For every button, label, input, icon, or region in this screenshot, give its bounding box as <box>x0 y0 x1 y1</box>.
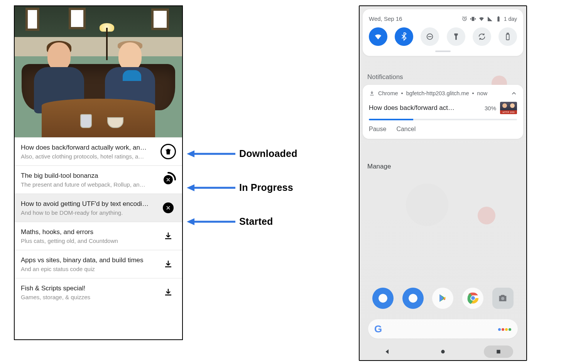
assistant-icon[interactable] <box>498 325 512 332</box>
annotation-downloaded: Downloaded <box>186 148 297 159</box>
episode-subtitle: The present and future of webpack, Rollu… <box>21 181 156 188</box>
signal-icon <box>487 16 493 22</box>
chrome-app-icon[interactable] <box>462 288 483 309</box>
battery-icon <box>504 32 512 41</box>
play-store-icon[interactable] <box>432 288 453 309</box>
nav-recents-button[interactable] <box>484 345 513 358</box>
episode-row[interactable]: The big build-tool bonanza The present a… <box>15 165 182 194</box>
download-button[interactable] <box>160 228 177 244</box>
cancel-icon <box>163 202 174 213</box>
episode-title: The big build-tool bonanza <box>21 172 156 180</box>
qs-flashlight[interactable] <box>447 27 465 46</box>
google-logo-icon: G <box>374 323 382 335</box>
episode-title: Apps vs sites, binary data, and build ti… <box>21 256 156 264</box>
vibrate-icon <box>470 16 476 22</box>
delete-download-button[interactable] <box>160 143 177 160</box>
episode-subtitle: And an epic status code quiz <box>21 266 156 272</box>
download-icon <box>164 231 173 241</box>
cancel-in-progress-button[interactable] <box>160 171 177 188</box>
episode-list: How does back/forward actually work, an…… <box>15 137 182 306</box>
nav-home-button[interactable] <box>428 345 458 358</box>
camera-app-icon[interactable] <box>492 288 514 309</box>
hero-image <box>15 6 182 137</box>
recents-icon <box>495 349 502 355</box>
notification-cancel-button[interactable]: Cancel <box>396 126 416 133</box>
svg-rect-8 <box>506 34 509 40</box>
episode-title: How does back/forward actually work, an… <box>21 144 156 152</box>
download-icon <box>369 90 375 96</box>
annotation-label: Started <box>239 216 273 227</box>
episode-title: Maths, hooks, and errors <box>21 228 156 236</box>
arrow-left-icon <box>186 183 236 192</box>
google-search-bar[interactable]: G <box>368 319 518 339</box>
dnd-icon <box>426 32 434 41</box>
quick-settings-row <box>369 27 517 46</box>
alarm-icon <box>461 16 468 22</box>
rotate-icon <box>478 32 486 41</box>
annotation-started: Started <box>186 216 273 227</box>
download-icon <box>164 288 173 297</box>
quick-settings-card: Wed, Sep 16 1 day <box>363 9 523 56</box>
notification-progress-fill <box>369 119 413 120</box>
episode-subtitle: Also, active clothing protocols, hotel r… <box>21 153 156 160</box>
chevron-up-icon[interactable] <box>511 90 517 96</box>
home-dock <box>368 285 518 311</box>
svg-point-13 <box>501 297 504 300</box>
notification-title: How does back/forward act… <box>369 104 481 112</box>
cancel-download-button[interactable] <box>160 199 177 216</box>
qs-dnd[interactable] <box>421 27 439 46</box>
qs-autorotate[interactable] <box>473 27 491 46</box>
notification-time: now <box>477 90 488 96</box>
phone-app-icon[interactable] <box>372 288 394 309</box>
episode-title: Fish & Scripts special! <box>21 285 156 292</box>
notification-progressbar <box>369 119 517 120</box>
home-icon <box>440 349 446 355</box>
svg-rect-15 <box>497 350 500 353</box>
episode-row[interactable]: How does back/forward actually work, an…… <box>15 137 182 165</box>
svg-rect-9 <box>507 33 509 34</box>
manage-notifications-button[interactable]: Manage <box>367 163 391 170</box>
flashlight-icon <box>452 32 460 41</box>
qs-battery-saver[interactable] <box>498 27 517 46</box>
battery-text: 1 day <box>504 16 517 22</box>
battery-icon <box>495 16 502 22</box>
episode-row[interactable]: Maths, hooks, and errors Plus cats, gett… <box>15 222 182 250</box>
podcast-app-screenshot: How does back/forward actually work, an…… <box>14 5 183 340</box>
wifi-icon <box>478 16 485 22</box>
nav-back-button[interactable] <box>373 345 402 358</box>
back-icon <box>384 348 391 355</box>
arrow-left-icon <box>186 217 236 226</box>
trash-icon <box>161 144 176 159</box>
episode-row[interactable]: How to avoid getting UTF'd by text encod… <box>15 194 182 222</box>
episode-row[interactable]: Apps vs sites, binary data, and build ti… <box>15 250 182 278</box>
status-date: Wed, Sep 16 <box>369 15 402 22</box>
notification-percent: 30% <box>485 105 496 111</box>
svg-marker-3 <box>187 184 194 191</box>
annotation-label: In Progress <box>239 182 293 193</box>
svg-point-14 <box>441 350 444 353</box>
notification-thumbnail: HTTP 203 <box>500 102 517 114</box>
svg-marker-5 <box>187 218 194 225</box>
download-button[interactable] <box>160 284 177 301</box>
qs-wifi[interactable] <box>369 27 387 46</box>
qs-bluetooth[interactable] <box>395 27 413 46</box>
episode-subtitle: Plus cats, getting old, and Countdown <box>21 238 156 244</box>
episode-subtitle: And how to be DOM-ready for anything. <box>21 209 156 216</box>
messages-app-icon[interactable] <box>402 288 424 309</box>
notifications-section-label: Notifications <box>367 73 403 81</box>
svg-marker-1 <box>187 150 194 157</box>
status-icons: 1 day <box>461 16 517 22</box>
episode-row[interactable]: Fish & Scripts special! Games, storage, … <box>15 278 182 306</box>
wifi-icon <box>374 32 382 41</box>
download-button[interactable] <box>160 256 177 273</box>
notification-app: Chrome <box>378 90 398 96</box>
android-notification-shade: Wed, Sep 16 1 day Notifications Chrome <box>359 5 527 361</box>
thumbnail-tag: HTTP 203 <box>500 110 517 114</box>
episode-title: How to avoid getting UTF'd by text encod… <box>21 200 156 208</box>
download-icon <box>164 260 173 269</box>
notification-pause-button[interactable]: Pause <box>369 126 386 133</box>
download-notification[interactable]: Chrome • bgfetch-http203.glitch.me • now… <box>363 85 523 139</box>
episode-subtitle: Games, storage, & quizzes <box>21 294 156 300</box>
nav-bar <box>360 343 526 360</box>
drag-handle[interactable] <box>435 51 451 52</box>
